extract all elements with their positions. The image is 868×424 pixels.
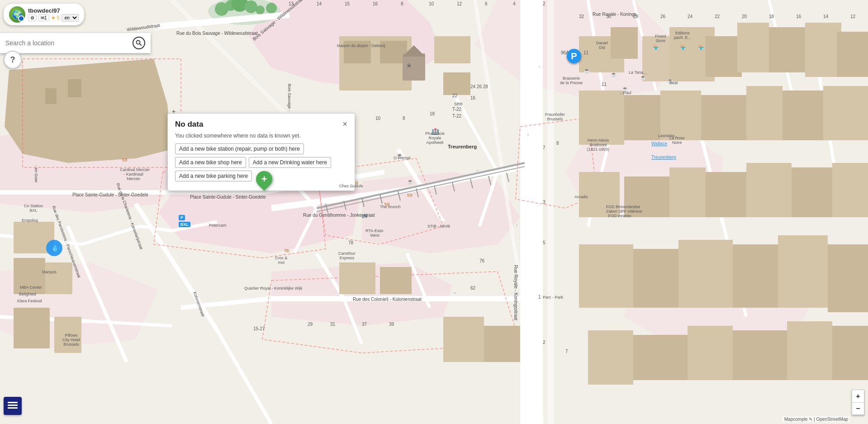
user-info: tbowdecl97 ⚙ ✉1 ★ 5 en fr nl (28, 7, 79, 22)
svg-rect-104 (14, 308, 50, 348)
map-container[interactable]: → → → → → → → → ↓ ↓ ↓ 13 14 15 16 8 10 1… (0, 0, 868, 424)
svg-text:11: 11 (602, 82, 607, 87)
svg-point-15 (256, 5, 265, 14)
svg-rect-200 (403, 53, 425, 81)
svg-text:2: 2 (543, 340, 545, 345)
add-bike-parking-button[interactable]: Add a new bike parking here (175, 171, 252, 181)
poi-cardinal-mercier: Cardinal Mercier- KardinaalMercier (120, 167, 147, 181)
svg-text:39: 39 (389, 322, 394, 327)
svg-point-203 (137, 41, 140, 44)
map-cross-symbol: + (172, 108, 175, 115)
poi-parc: Parc - Park (543, 295, 563, 300)
svg-text:☕: ☕ (640, 74, 646, 81)
mail-button[interactable]: ✉1 (38, 14, 49, 21)
svg-text:24 26 28: 24 26 28 (470, 84, 488, 89)
search-input[interactable] (5, 39, 133, 47)
svg-text:32: 32 (579, 14, 584, 19)
svg-rect-81 (823, 86, 868, 140)
poi-pharmacie: PharmacieRoyaleApotheek (425, 131, 445, 145)
svg-rect-80 (783, 91, 823, 140)
svg-text:8: 8 (556, 141, 559, 146)
poi-maison-doyen: Maison du doyen - Dekenij (337, 43, 364, 48)
svg-rect-71 (737, 23, 769, 72)
svg-text:31: 31 (330, 322, 336, 327)
poi-la-rose: La RoseNoire (669, 136, 685, 145)
add-drinking-water-button[interactable]: Add a new Drinking water here (249, 157, 331, 168)
svg-rect-93 (778, 235, 828, 308)
search-button[interactable] (133, 37, 145, 49)
svg-marker-17 (5, 59, 172, 163)
svg-text:16: 16 (470, 95, 476, 100)
svg-text:→: → (339, 204, 344, 209)
svg-rect-70 (706, 36, 742, 77)
svg-line-204 (140, 44, 142, 46)
avatar: 🌍 (9, 6, 25, 23)
svg-rect-103 (45, 262, 72, 294)
poi-la-tana: La Tana... (629, 70, 646, 75)
username: tbowdecl97 (28, 7, 79, 14)
svg-text:T-22: T-22 (452, 114, 461, 119)
poi-brialmont: Henri AlexisBrialmont(1821-1903) (587, 138, 609, 152)
road-label-bois-sauvage-1: Rue du Bois Sauvage - Wildewoudstraat (176, 31, 258, 36)
svg-point-14 (245, 0, 257, 13)
add-bike-station-button[interactable]: Add a new bike station (repair, pump or … (175, 143, 304, 154)
svg-text:2: 2 (543, 1, 545, 6)
svg-rect-108 (443, 317, 484, 362)
poi-chez-gudule: Chez Gudule (339, 184, 363, 188)
attribution: Mapcomple ✎ | OpenStreetMap (783, 416, 850, 422)
add-bike-shop-button[interactable]: Add a new bike shop here (175, 157, 246, 168)
user-panel[interactable]: 🌍 tbowdecl97 ⚙ ✉1 ★ 5 en fr nl (4, 4, 84, 25)
svg-text:76: 76 (479, 258, 485, 263)
svg-text:↓: ↓ (516, 222, 518, 227)
poi-editions-pach: Editionspach. E... (674, 31, 691, 40)
settings-button[interactable]: ⚙ (28, 14, 37, 21)
svg-rect-28 (547, 0, 554, 424)
svg-text:78: 78 (348, 240, 354, 245)
svg-text:☕: ☕ (407, 178, 413, 185)
svg-rect-18 (68, 79, 81, 97)
link-wallace[interactable]: Wallace (651, 141, 667, 146)
svg-rect-73 (805, 23, 841, 77)
svg-text:☕: ☕ (583, 67, 590, 74)
svg-point-16 (266, 3, 277, 14)
svg-rect-65 (443, 72, 470, 95)
svg-text:🏪: 🏪 (653, 44, 659, 50)
svg-text:6: 6 (485, 1, 488, 6)
svg-rect-97 (688, 326, 733, 380)
layers-button[interactable] (4, 397, 22, 415)
road-label-royale-2: Rue Royale - Konings (593, 12, 636, 17)
svg-rect-19 (45, 88, 57, 104)
svg-rect-85 (706, 172, 746, 217)
user-meta: ⚙ ✉1 ★ 5 en fr nl (28, 14, 79, 22)
svg-rect-109 (484, 326, 520, 362)
svg-text:62: 62 (470, 286, 476, 291)
zoom-out-button[interactable]: − (852, 402, 864, 415)
popup-close-button[interactable]: × (342, 120, 347, 128)
svg-text:15-27: 15-27 (253, 326, 265, 331)
svg-text:5: 5 (543, 240, 545, 245)
svg-rect-86 (746, 163, 792, 217)
zoom-in-button[interactable]: + (852, 390, 864, 402)
svg-text:3: 3 (543, 200, 545, 205)
svg-rect-79 (746, 86, 783, 140)
svg-rect-89 (579, 244, 633, 308)
svg-text:22: 22 (715, 14, 720, 19)
link-treurenberg[interactable]: Treurenberg (651, 155, 676, 160)
road-label-en-goer: - en-Goer (34, 165, 38, 183)
svg-text:🏪: 🏪 (698, 44, 704, 50)
road-label-treurenberg: Treurenberg (448, 144, 477, 149)
svg-text:24: 24 (688, 14, 693, 19)
svg-text:14: 14 (823, 14, 829, 19)
svg-rect-84 (669, 167, 706, 217)
svg-text:10: 10 (375, 116, 381, 121)
poi-rta: RTA-East-West (365, 229, 384, 238)
svg-rect-207 (8, 407, 18, 409)
language-selector[interactable]: en fr nl (62, 14, 79, 22)
poi-finest-store: FinestStore (655, 34, 666, 43)
poi-croc: Croc &moi (275, 256, 288, 265)
svg-text:7: 7 (543, 145, 545, 150)
avatar-icon: 🌍 (12, 10, 22, 19)
help-button[interactable]: ? (4, 51, 22, 69)
svg-text:16: 16 (796, 14, 802, 19)
poi-petercam: Petercam (209, 223, 227, 228)
